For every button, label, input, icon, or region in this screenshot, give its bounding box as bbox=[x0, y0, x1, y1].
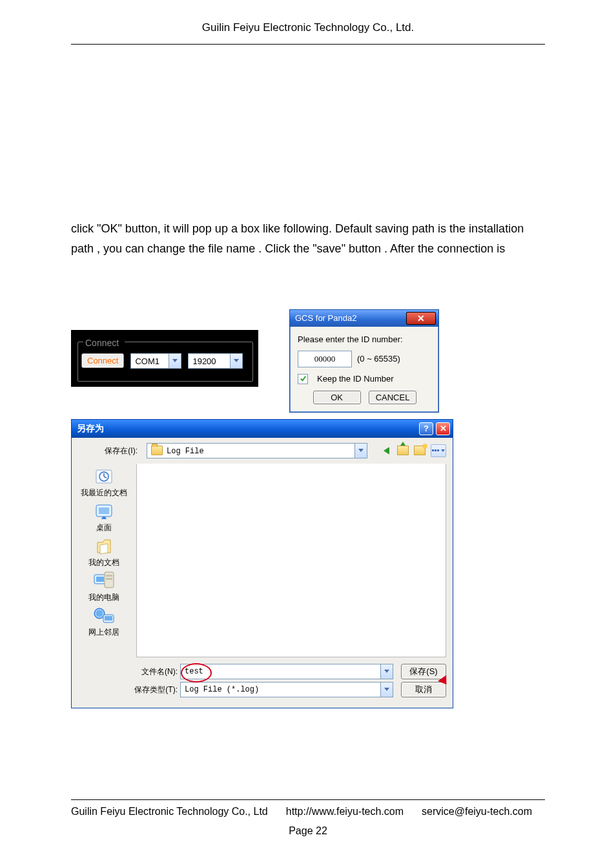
help-icon[interactable]: ? bbox=[419, 422, 433, 435]
place-label: 网上邻居 bbox=[88, 626, 119, 638]
filetype-label: 保存类型(T): bbox=[72, 684, 180, 695]
heading-install: 1 . Install the Panda2 GCS software bbox=[71, 91, 545, 114]
para-id-3: path , you can change the file name . Cl… bbox=[71, 240, 545, 258]
svg-rect-5 bbox=[99, 508, 109, 514]
footer-url: http://www.feiyu-tech.com bbox=[286, 804, 404, 819]
keep-id-label: Keep the ID Number bbox=[317, 373, 394, 385]
place-mydocs[interactable]: 我的文档 bbox=[72, 536, 136, 568]
places-bar: 我最近的文档 桌面 我的文档 我的电脑 网上邻居 bbox=[72, 464, 136, 657]
save-in-value: Log File bbox=[167, 444, 354, 457]
notice-heading: Notice: bbox=[71, 729, 545, 746]
dropdown-icon bbox=[169, 354, 181, 368]
place-network[interactable]: 网上邻居 bbox=[72, 606, 136, 638]
svg-rect-7 bbox=[96, 577, 104, 582]
para-install: Run the "FY Panda2 GCS Setup.exe" file, … bbox=[71, 148, 545, 165]
place-label: 我的电脑 bbox=[88, 591, 119, 603]
page-header: Guilin Feiyu Electronic Technology Co., … bbox=[71, 19, 545, 45]
place-recent[interactable]: 我最近的文档 bbox=[72, 466, 136, 498]
dialog-titlebar: GCS for Panda2 ✕ bbox=[290, 310, 438, 327]
save-in-label: 保存在(I): bbox=[87, 445, 140, 457]
place-mycomputer[interactable]: 我的电脑 bbox=[72, 571, 136, 603]
com-port-select[interactable]: COM1 bbox=[130, 353, 181, 369]
baud-rate-select[interactable]: 19200 bbox=[188, 353, 243, 369]
connect-button[interactable]: Connect bbox=[81, 353, 124, 368]
para-id-5: factory. bbox=[71, 280, 545, 298]
dialog-title: GCS for Panda2 bbox=[295, 312, 356, 325]
close-icon[interactable]: ✕ bbox=[436, 422, 450, 435]
notice-line-2: b) If you want to control multiple aircr… bbox=[71, 769, 545, 786]
place-label: 我的文档 bbox=[88, 557, 119, 568]
up-folder-icon[interactable] bbox=[397, 445, 409, 457]
filetype-value: Log File (*.log) bbox=[185, 684, 259, 695]
page-number: Page 22 bbox=[71, 823, 545, 839]
svg-rect-9 bbox=[106, 575, 112, 577]
keep-id-checkbox[interactable] bbox=[298, 374, 308, 384]
page-footer: Guilin Feiyu Electronic Technology Co., … bbox=[71, 799, 545, 819]
svg-rect-10 bbox=[106, 578, 112, 580]
baud-rate-value: 19200 bbox=[189, 354, 230, 368]
notice-line-1: a) Set the FY-Panda Ⅱ autopilot ID numbe… bbox=[71, 749, 545, 766]
para-id-2: click "OK" button, it will pop up a box … bbox=[71, 220, 545, 238]
id-prompt: Please enter the ID number: bbox=[298, 333, 432, 346]
file-list-area[interactable] bbox=[136, 464, 446, 657]
filename-value: test bbox=[185, 666, 203, 677]
save-button[interactable]: 保存(S) bbox=[401, 664, 446, 679]
new-folder-icon[interactable] bbox=[414, 445, 426, 457]
place-label: 桌面 bbox=[96, 522, 112, 533]
filename-input[interactable]: test bbox=[180, 664, 393, 679]
id-number-dialog: GCS for Panda2 ✕ Please enter the ID num… bbox=[289, 309, 439, 413]
saveas-title: 另存为 bbox=[77, 422, 104, 435]
dropdown-icon bbox=[380, 683, 393, 697]
connect-legend: Connect bbox=[84, 336, 120, 350]
cancel-button[interactable]: CANCEL bbox=[369, 391, 417, 404]
close-icon[interactable]: ✕ bbox=[406, 312, 436, 325]
id-range-label: (0 ~ 65535) bbox=[357, 353, 400, 365]
com-port-value: COM1 bbox=[131, 354, 169, 368]
dropdown-icon bbox=[354, 444, 367, 458]
filename-label: 文件名(N): bbox=[72, 666, 180, 677]
place-desktop[interactable]: 桌面 bbox=[72, 501, 136, 533]
place-label: 我最近的文档 bbox=[81, 487, 127, 498]
svg-rect-13 bbox=[105, 616, 112, 621]
footer-email: service@feiyu-tech.com bbox=[422, 804, 532, 819]
ok-button[interactable]: OK bbox=[313, 391, 361, 404]
footer-company: Guilin Feiyu Electronic Technology Co., … bbox=[71, 804, 268, 819]
dropdown-icon bbox=[380, 664, 393, 679]
save-in-select[interactable]: Log File bbox=[147, 443, 367, 458]
para-id-1: You need to set the FY-Panda Ⅱ autopilot… bbox=[71, 200, 545, 218]
save-as-dialog: 另存为 ? ✕ 保存在(I): Log File bbox=[71, 419, 453, 708]
filetype-select[interactable]: Log File (*.log) bbox=[180, 682, 393, 697]
para-id-4: successful, all the flight data will be … bbox=[71, 260, 545, 278]
dropdown-icon bbox=[230, 354, 242, 368]
section-title: Panda Ⅱ GCS software bbox=[71, 50, 545, 76]
save-button-label: 保存(S) bbox=[409, 666, 437, 676]
subheading-id: (2) Appoint ID number bbox=[71, 174, 545, 195]
view-mode-icon[interactable] bbox=[431, 444, 446, 457]
subheading-install: (1) Install the Panda2 GCS software bbox=[71, 123, 545, 143]
back-icon[interactable] bbox=[380, 445, 392, 457]
folder-icon bbox=[151, 446, 163, 455]
connect-panel: Connect Connect COM1 19200 bbox=[71, 330, 258, 387]
id-number-input[interactable] bbox=[298, 351, 352, 367]
